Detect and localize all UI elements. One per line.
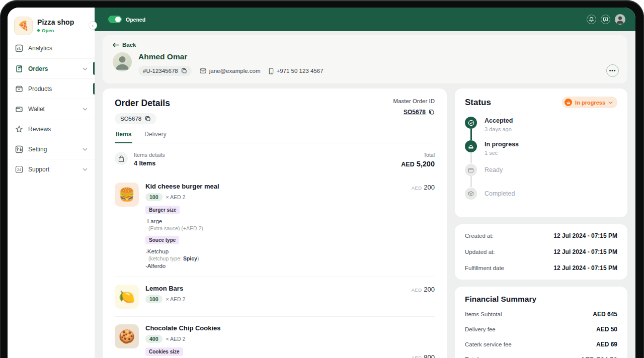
fulfillment-date-row: Fulfillment date 12 Jul 2024 - 07:15 PM — [465, 260, 617, 276]
order-item-chocolate-chip-cookies: 🍪 Chocolate Chip Cookies 400 × AED 2 Coo… — [115, 317, 435, 358]
sidebar-item-label: Wallet — [28, 106, 77, 113]
order-id-pill[interactable]: SO5678 — [115, 113, 156, 124]
item-qty-badge: 400 — [145, 335, 163, 343]
master-order-id-link[interactable]: SO5678 — [404, 109, 426, 116]
status-dropdown[interactable]: In progress — [562, 97, 617, 108]
active-route-indicator-products — [93, 83, 95, 95]
option-choice: -Alferdo — [145, 263, 405, 269]
item-unit-price: × AED 2 — [166, 336, 186, 342]
items-summary-row: Items details 4 Items Total AED5,200 — [115, 152, 435, 168]
sidebar-item-label: Analytics — [28, 45, 88, 52]
app-screen: 🍕 Pizza shop Open Analytics — [8, 8, 635, 358]
back-arrow-icon — [113, 42, 119, 48]
order-side-panel: Status In progress — [455, 88, 627, 358]
order-id: SO5678 — [120, 116, 141, 122]
messages-button[interactable] — [601, 15, 610, 24]
financial-summary-title: Financial Summary — [465, 295, 617, 304]
shop-open-toggle[interactable] — [108, 16, 122, 23]
more-actions-button[interactable]: ••• — [606, 64, 619, 77]
status-badge-label: In progress — [575, 100, 605, 106]
cooking-bell-icon — [465, 140, 477, 152]
copy-icon[interactable] — [181, 68, 187, 74]
cookies-photo: 🍪 — [115, 324, 139, 348]
option-group-tag: Burger size — [145, 206, 180, 214]
order-items-list: 🍔 Kid cheese burger meal 100 × AED 2 Bur… — [115, 175, 435, 358]
shop-name: Pizza shop — [37, 18, 74, 26]
shop-logo-row: 🍕 Pizza shop Open — [8, 14, 95, 37]
option-choice: -Ketchup — [145, 248, 405, 254]
orders-icon — [15, 64, 23, 73]
customer-id-pill[interactable]: #U-12345678 — [138, 66, 192, 76]
in-progress-icon — [565, 99, 572, 106]
order-item-kid-cheese-burger: 🍔 Kid cheese burger meal 100 × AED 2 Bur… — [115, 175, 435, 277]
chevron-down-icon — [83, 147, 88, 152]
option-choice: -Large — [145, 218, 405, 224]
total-label: Total — [401, 152, 435, 158]
user-avatar[interactable] — [615, 14, 625, 25]
total-row: Total : AED 764.50 — [465, 352, 617, 358]
sidebar-menu: Analytics Orders Products — [8, 38, 95, 179]
delivery-fee-row: Delivery fee AED 50 — [465, 322, 617, 337]
main-area: Opened — [95, 8, 635, 358]
timeline-step-accepted: Accepted 3 days ago — [465, 117, 617, 140]
cube-icon — [465, 188, 477, 200]
back-label: Back — [122, 42, 136, 48]
svg-text:24: 24 — [17, 167, 21, 171]
tablet-frame: 🍕 Pizza shop Open Analytics — [0, 0, 644, 358]
wallet-icon — [15, 105, 23, 113]
item-qty-badge: 100 — [145, 193, 163, 201]
tab-items[interactable]: Items — [115, 131, 132, 143]
order-tabs: Items Delivery — [115, 131, 435, 143]
sidebar: 🍕 Pizza shop Open Analytics — [8, 8, 95, 358]
settings-sliders-icon — [15, 145, 23, 153]
sidebar-item-products[interactable]: Products — [8, 78, 95, 99]
status-card: Status In progress — [455, 88, 627, 217]
open-status-dot — [37, 29, 40, 32]
sidebar-item-reviews[interactable]: Reviews — [8, 119, 95, 139]
pizza-shop-logo: 🍕 — [14, 17, 33, 35]
sidebar-collapse-button[interactable]: ‹ — [89, 21, 97, 30]
burger-meal-photo: 🍔 — [115, 183, 139, 207]
sidebar-item-setting[interactable]: Setting — [8, 139, 95, 159]
copy-icon[interactable] — [429, 109, 435, 115]
customer-email: jane@example.com — [209, 68, 261, 74]
avatar-person-icon — [113, 52, 132, 71]
package-icon — [465, 164, 477, 176]
tab-delivery[interactable]: Delivery — [143, 131, 167, 143]
sidebar-item-wallet[interactable]: Wallet — [8, 99, 95, 119]
status-timeline: Accepted 3 days ago In progress 1 sec — [465, 117, 617, 211]
item-price: AED800 — [412, 352, 435, 358]
option-group-tag: Souce type — [145, 236, 179, 244]
bell-icon — [589, 17, 594, 22]
sidebar-item-label: Support — [28, 166, 77, 173]
order-item-lemon-bars: 🍋 Lemon Bars 100 × AED 2 AED200 — [115, 277, 435, 317]
timeline-step-completed: Completed — [465, 188, 617, 211]
sidebar-item-support[interactable]: 24 Support — [8, 159, 95, 179]
option-group-tag: Cookies size — [145, 347, 183, 356]
chevron-down-icon — [608, 101, 613, 104]
item-unit-price: × AED 2 — [166, 296, 186, 302]
order-dates-card: Created at: 12 Jul 2024 - 07:15 PM Updat… — [455, 224, 627, 280]
toggle-label: Opened — [126, 17, 145, 23]
sidebar-item-orders[interactable]: Orders — [8, 58, 95, 78]
customer-phone-row: +971 50 123 4567 — [269, 68, 324, 74]
item-price: AED200 — [412, 285, 435, 309]
items-subtotal-row: Items Subtotal AED 645 — [465, 307, 617, 322]
chat-bubble-icon — [603, 17, 608, 22]
sidebar-item-label: Reviews — [28, 126, 88, 133]
back-button[interactable]: Back — [113, 42, 136, 48]
notifications-bell-button[interactable] — [587, 15, 596, 24]
copy-icon[interactable] — [145, 116, 151, 122]
email-icon — [200, 68, 206, 74]
check-circle-icon — [465, 117, 477, 129]
sidebar-item-label: Orders — [28, 65, 77, 72]
items-details-label: Items details — [134, 152, 165, 158]
topbar: Opened — [95, 8, 635, 31]
created-at-row: Created at: 12 Jul 2024 - 07:15 PM — [465, 228, 617, 244]
support-24h-icon: 24 — [15, 165, 23, 173]
order-details-card: Order Details SO5678 Master Order ID — [103, 88, 447, 358]
item-name: Kid cheese burger meal — [145, 183, 405, 190]
timeline-step-ready: Ready — [465, 164, 617, 188]
sidebar-item-analytics[interactable]: Analytics — [8, 38, 95, 58]
customer-name: Ahmed Omar — [138, 52, 324, 61]
